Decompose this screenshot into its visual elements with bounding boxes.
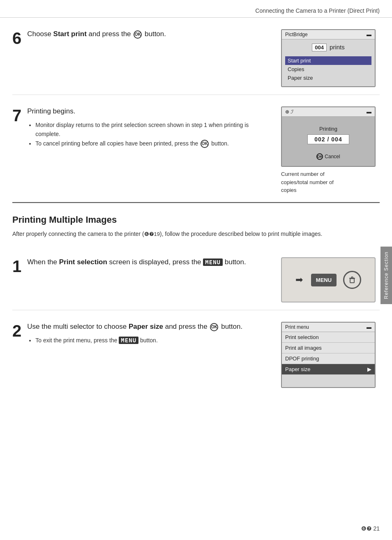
pb-menu-paper-size[interactable]: Paper size xyxy=(285,74,371,82)
printing-counter: 002 / 004 xyxy=(307,134,349,144)
pb-menu-start-print[interactable]: Start print xyxy=(285,56,371,65)
step-6-text: Choose Start print and press the OK butt… xyxy=(27,29,269,43)
menu-btn-visual: MENU xyxy=(311,274,337,286)
step-6-left: 6 Choose Start print and press the OK bu… xyxy=(12,29,269,46)
step-6-row: 6 Choose Start print and press the OK bu… xyxy=(12,18,380,95)
menu-button-label: MENU xyxy=(203,258,223,266)
page-number: 21 xyxy=(373,525,380,532)
menu-button-image: ➡ MENU xyxy=(281,257,376,302)
printing-screen: ⊕ ℐ ▬ Printing 002 / 004 OK Cancel xyxy=(281,106,376,167)
ok-icon: OK xyxy=(134,30,142,39)
print-menu-paper-size[interactable]: Paper size ▶ xyxy=(282,364,375,375)
svg-rect-0 xyxy=(350,279,354,283)
step-7-right: ⊕ ℐ ▬ Printing 002 / 004 OK Cancel xyxy=(281,106,380,194)
page-footer: ❻❼ 21 xyxy=(361,525,380,532)
trash-svg xyxy=(348,275,357,284)
print-menu-screen: Print menu ▬ Print selection Print all i… xyxy=(281,322,376,388)
menu-inline-2: MENU xyxy=(119,337,138,344)
pictbridge-title: PictBridge xyxy=(285,32,308,37)
print-menu-body: Print selection Print all images DPOF pr… xyxy=(282,332,375,387)
sub-step-2-right: Print menu ▬ Print selection Print all i… xyxy=(281,322,380,388)
step-6-title: Choose Start print and press the OK butt… xyxy=(27,29,269,39)
sub-step-2-bullet-1: To exit the print menu, press the MENU b… xyxy=(35,336,269,345)
caption-line2: copies/total number of xyxy=(281,179,334,185)
step-7-left: 7 Printing begins. Monitor display retur… xyxy=(12,106,269,148)
section-heading: Printing Multiple Images xyxy=(12,215,380,225)
ok-icon-2: OK xyxy=(210,323,218,331)
sub-step-2-number: 2 xyxy=(12,323,21,339)
arrow-right-icon: ▶ xyxy=(367,366,371,372)
section-divider xyxy=(12,202,380,203)
print-menu-print-selection[interactable]: Print selection xyxy=(282,332,375,343)
step-7-row: 7 Printing begins. Monitor display retur… xyxy=(12,95,380,202)
battery-icon: ▬ xyxy=(367,32,371,37)
printing-cancel-row: OK Cancel xyxy=(316,153,340,160)
step-7-number: 7 xyxy=(12,107,21,124)
printing-label: Printing xyxy=(319,126,337,132)
step-7-text: Printing begins. Monitor display returns… xyxy=(27,106,269,148)
step-7-bullet-1: Monitor display returns to the print sel… xyxy=(35,120,269,139)
print-menu-titlebar: Print menu ▬ xyxy=(282,323,375,332)
pictbridge-screen: PictBridge ▬ 004 prints Start print Copi… xyxy=(281,29,376,87)
pictbridge-titlebar: PictBridge ▬ xyxy=(282,30,375,39)
trash-icon xyxy=(343,271,361,289)
sub-step-1-title: When the Print selection screen is displ… xyxy=(27,257,269,267)
prints-label: prints xyxy=(330,44,345,51)
step-7-bullet-2: To cancel printing before all copies hav… xyxy=(35,139,269,148)
sub-step-1-row: 1 When the Print selection screen is dis… xyxy=(12,246,380,310)
caption-line1: Current number of xyxy=(281,171,325,177)
section-intro: After properly connecting the camera to … xyxy=(12,229,380,239)
sub-step-2-text: Use the multi selector to choose Paper s… xyxy=(27,322,269,345)
sidebar-label: Reference Section xyxy=(380,247,392,304)
print-current: 002 xyxy=(314,136,325,143)
step-6-bold: Start print xyxy=(53,30,87,38)
page-icon: ❻❼ xyxy=(361,525,372,532)
pictbridge-prints-row: 004 prints xyxy=(285,44,371,51)
sub-step-2-left: 2 Use the multi selector to choose Paper… xyxy=(12,322,269,345)
print-menu-print-all[interactable]: Print all images xyxy=(282,343,375,353)
cancel-label: Cancel xyxy=(325,154,340,159)
ok-circle-icon: OK xyxy=(316,153,323,160)
paper-size-label: Paper size xyxy=(285,366,310,372)
sub-step-1-text: When the Print selection screen is displ… xyxy=(27,257,269,271)
print-total: 004 xyxy=(331,136,342,143)
printing-titlebar: ⊕ ℐ ▬ xyxy=(282,107,375,117)
printing-icons-title: ⊕ ℐ xyxy=(285,109,293,115)
print-menu-title: Print menu xyxy=(285,324,309,330)
sidebar-label-text: Reference Section xyxy=(383,252,389,299)
caption-line3: copies xyxy=(281,187,297,193)
battery-icon-2: ▬ xyxy=(367,109,371,115)
step-6-right: PictBridge ▬ 004 prints Start print Copi… xyxy=(281,29,380,87)
header-title: Connecting the Camera to a Printer (Dire… xyxy=(255,7,380,14)
ok-icon-inline: OK xyxy=(201,140,209,148)
step-7-title: Printing begins. xyxy=(27,106,269,116)
pb-menu-copies[interactable]: Copies xyxy=(285,65,371,74)
page-header: Connecting the Camera to a Printer (Dire… xyxy=(0,0,392,18)
screen-caption: Current number of copies/total number of… xyxy=(281,170,334,194)
pictbridge-body: 004 prints Start print Copies Paper size xyxy=(282,39,375,86)
print-selection-bold: Print selection xyxy=(59,258,107,266)
content-area: 6 Choose Start print and press the OK bu… xyxy=(0,18,392,395)
sub-step-1-right: ➡ MENU xyxy=(281,257,380,302)
prints-count: 004 xyxy=(312,44,327,51)
battery-icon-3: ▬ xyxy=(367,324,371,330)
sub-step-1-left: 1 When the Print selection screen is dis… xyxy=(12,257,269,275)
print-menu-spacer xyxy=(282,375,375,387)
step-7-bullets: Monitor display returns to the print sel… xyxy=(35,120,269,148)
printing-body: Printing 002 / 004 OK Cancel xyxy=(282,117,375,166)
sub-step-2-row: 2 Use the multi selector to choose Paper… xyxy=(12,310,380,395)
ref-link: ❻❼19 xyxy=(144,231,160,237)
step-6-number: 6 xyxy=(12,30,21,46)
print-menu-dpof[interactable]: DPOF printing xyxy=(282,353,375,364)
sub-step-1-number: 1 xyxy=(12,258,21,275)
sub-step-2-bullets: To exit the print menu, press the MENU b… xyxy=(35,336,269,345)
sub-step-2-title: Use the multi selector to choose Paper s… xyxy=(27,322,269,332)
print-separator: / xyxy=(327,136,332,143)
arrow-icon: ➡ xyxy=(295,275,303,285)
paper-size-bold: Paper size xyxy=(129,323,163,330)
